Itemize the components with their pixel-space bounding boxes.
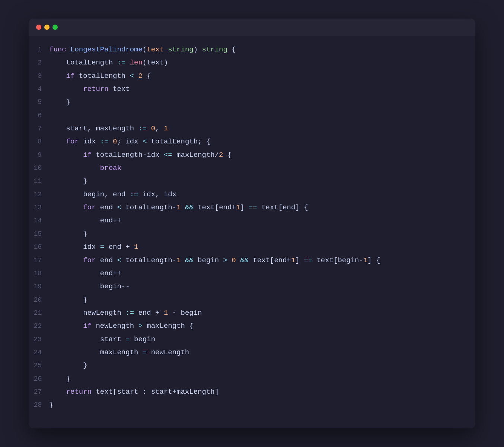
op-token: && bbox=[185, 256, 194, 264]
punct-token bbox=[164, 45, 168, 54]
var-token: totalLength- bbox=[121, 256, 176, 264]
line-content: return text bbox=[49, 83, 475, 95]
line-number: 5 bbox=[29, 97, 49, 108]
op-token: < bbox=[130, 72, 134, 80]
var-token: maxLength/ bbox=[172, 151, 219, 159]
code-line: 28} bbox=[29, 399, 475, 412]
field-token: len bbox=[130, 58, 143, 67]
num-token: 0 bbox=[232, 256, 236, 264]
line-content: begin-- bbox=[49, 281, 475, 292]
code-line: 1func LongestPalindrome(text string) str… bbox=[29, 43, 475, 56]
fn-token: LongestPalindrome bbox=[70, 45, 143, 54]
minimize-button[interactable] bbox=[44, 25, 50, 30]
kw-token: if bbox=[83, 322, 92, 330]
var-token: idx bbox=[79, 137, 100, 146]
titlebar bbox=[29, 19, 475, 36]
var-token: text[start : start+maxLength] bbox=[92, 388, 219, 396]
line-content: if newLength > maxLength { bbox=[49, 320, 475, 332]
var-token: } bbox=[49, 375, 70, 383]
close-button[interactable] bbox=[36, 25, 41, 30]
code-line: 18 end++ bbox=[29, 267, 475, 280]
code-line: 12 begin, end := idx, idx bbox=[29, 188, 475, 201]
var-token bbox=[236, 256, 240, 264]
op-token: > bbox=[223, 256, 227, 264]
num-token: 1 bbox=[176, 203, 181, 212]
var-token: ] bbox=[240, 203, 249, 212]
punct-token: ) bbox=[164, 58, 168, 67]
var-token: newLength bbox=[92, 322, 138, 330]
code-editor[interactable]: 1func LongestPalindrome(text string) str… bbox=[29, 36, 475, 419]
punct-token: ( bbox=[143, 58, 147, 67]
var-token: newLength bbox=[49, 309, 125, 317]
var-token: newLength bbox=[147, 348, 189, 356]
line-number: 19 bbox=[29, 281, 49, 292]
line-number: 17 bbox=[29, 255, 49, 266]
line-number: 24 bbox=[29, 347, 49, 358]
code-line: 11 } bbox=[29, 175, 475, 188]
line-content: } bbox=[49, 294, 475, 306]
num-token: 1 bbox=[164, 124, 168, 133]
var-token: totalLength bbox=[74, 72, 130, 80]
line-number: 6 bbox=[29, 110, 49, 121]
var-token bbox=[134, 72, 138, 80]
code-line: 9 if totalLength-idx <= maxLength/2 { bbox=[29, 149, 475, 162]
line-number: 21 bbox=[29, 308, 49, 319]
op-token: = bbox=[143, 348, 147, 356]
op-token: := bbox=[100, 137, 109, 146]
kw-token: if bbox=[83, 151, 92, 159]
var-token: } bbox=[49, 230, 87, 238]
line-number: 25 bbox=[29, 360, 49, 371]
var-token bbox=[49, 203, 83, 212]
var-token: begin, end bbox=[49, 190, 130, 199]
op-token: > bbox=[138, 322, 142, 330]
code-line: 5 } bbox=[29, 96, 475, 109]
line-number: 15 bbox=[29, 229, 49, 240]
line-number: 7 bbox=[29, 123, 49, 134]
code-line: 23 start = begin bbox=[29, 333, 475, 346]
line-content: for end < totalLength-1 && text[end+1] =… bbox=[49, 202, 475, 213]
var-token: totalLength-idx bbox=[92, 151, 164, 159]
code-line: 3 if totalLength < 2 { bbox=[29, 70, 475, 83]
var-token: ] bbox=[295, 256, 304, 264]
var-token: } bbox=[49, 98, 70, 106]
line-number: 1 bbox=[29, 44, 49, 56]
op-token: = bbox=[100, 243, 104, 251]
line-content: func LongestPalindrome(text string) stri… bbox=[49, 44, 475, 56]
var-token: start, maxLength bbox=[49, 124, 138, 133]
var-token bbox=[227, 256, 232, 264]
var-token: totalLength- bbox=[121, 203, 176, 212]
line-content: begin, end := idx, idx bbox=[49, 189, 475, 200]
line-content: } bbox=[49, 373, 475, 385]
var-token bbox=[49, 164, 100, 172]
var-token: text[begin- bbox=[312, 256, 363, 264]
code-line: 20 } bbox=[29, 294, 475, 307]
op-token: := bbox=[130, 190, 138, 199]
kw-token: return bbox=[66, 388, 92, 396]
var-token bbox=[49, 85, 83, 93]
maximize-button[interactable] bbox=[52, 25, 58, 30]
line-content: maxLength = newLength bbox=[49, 347, 475, 358]
var-token: } bbox=[49, 296, 87, 304]
num-token: 1 bbox=[236, 203, 240, 212]
op-token: < bbox=[117, 256, 121, 264]
var-token bbox=[181, 256, 185, 264]
line-content: } bbox=[49, 96, 475, 108]
op-token: := bbox=[125, 309, 134, 317]
var-token: end bbox=[96, 203, 117, 212]
var-token: maxLength bbox=[49, 348, 143, 356]
line-number: 20 bbox=[29, 295, 49, 306]
kw-token: break bbox=[100, 164, 121, 172]
line-content: return text[start : start+maxLength] bbox=[49, 386, 475, 398]
line-content: break bbox=[49, 162, 475, 174]
var-token: text[end+ bbox=[194, 203, 236, 212]
punct-token: { bbox=[227, 45, 236, 54]
code-line: 13 for end < totalLength-1 && text[end+1… bbox=[29, 201, 475, 214]
var-token: { bbox=[143, 72, 151, 80]
op-token: = bbox=[125, 335, 130, 343]
code-line: 15 } bbox=[29, 228, 475, 241]
line-content: start = begin bbox=[49, 334, 475, 345]
kw-token: for bbox=[83, 203, 96, 212]
var-token: idx bbox=[49, 243, 100, 251]
code-line: 10 break bbox=[29, 162, 475, 175]
var-token bbox=[49, 256, 83, 264]
